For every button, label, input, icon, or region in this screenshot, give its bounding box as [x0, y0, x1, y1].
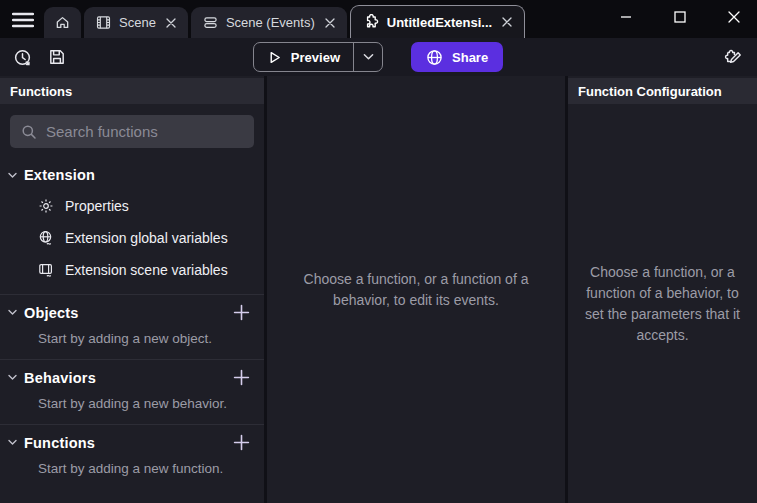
- chevron-down-icon: [8, 309, 17, 316]
- functions-panel-header: Functions: [0, 78, 264, 104]
- chevron-down-icon: [8, 172, 17, 179]
- maximize-icon[interactable]: [673, 10, 687, 24]
- function-configuration-placeholder: Choose a function, or a function of a be…: [579, 262, 746, 346]
- toolbar-center: Preview Share: [253, 42, 503, 72]
- item-extension-global-variables[interactable]: Extension global variables: [0, 222, 264, 254]
- empty-hint: Start by adding a new object.: [0, 328, 264, 359]
- hamburger-menu-button[interactable]: [10, 9, 36, 31]
- section-extension-header[interactable]: Extension: [0, 158, 264, 190]
- section-functions: Functions Start by adding a new function…: [0, 424, 264, 489]
- titlebar: Scene Scene (Events) UntitledExtensi...: [0, 0, 757, 38]
- events-list-icon: [203, 15, 218, 30]
- item-label: Extension global variables: [65, 230, 228, 246]
- section-extension: Extension Properties Extension global va…: [0, 158, 264, 294]
- section-title: Functions: [24, 435, 95, 451]
- history-icon[interactable]: [13, 48, 32, 67]
- play-icon: [267, 50, 282, 65]
- close-icon[interactable]: [502, 17, 512, 27]
- main-area: Functions Extension Properties: [0, 76, 757, 503]
- plus-icon[interactable]: [233, 369, 250, 386]
- plus-icon[interactable]: [233, 434, 250, 451]
- item-label: Extension scene variables: [65, 262, 228, 278]
- preview-split-button: Preview: [253, 42, 383, 72]
- empty-hint: Start by adding a new behavior.: [0, 393, 264, 424]
- close-icon[interactable]: [325, 18, 335, 28]
- window-controls: [619, 10, 741, 24]
- tab-bar: Scene Scene (Events) UntitledExtensi...: [44, 5, 525, 38]
- save-icon[interactable]: [48, 48, 66, 66]
- globe-icon: [426, 49, 443, 66]
- preview-options-button[interactable]: [353, 43, 382, 71]
- tab-untitled-extension[interactable]: UntitledExtensi...: [350, 5, 525, 38]
- tab-label: UntitledExtensi...: [387, 15, 492, 30]
- tab-home[interactable]: [44, 7, 81, 38]
- events-editor-placeholder: Choose a function, or a function of a be…: [280, 269, 552, 311]
- section-objects: Objects Start by adding a new object.: [0, 294, 264, 359]
- minimize-icon[interactable]: [619, 10, 633, 24]
- toolbar-right: [503, 47, 757, 67]
- function-configuration-body: Choose a function, or a function of a be…: [568, 104, 757, 503]
- toolbar: Preview Share: [0, 38, 757, 76]
- functions-panel-title: Functions: [10, 84, 72, 99]
- section-title: Extension: [24, 167, 95, 183]
- chevron-down-icon: [8, 374, 17, 381]
- film-icon: [96, 15, 111, 30]
- home-icon: [55, 15, 70, 30]
- chevron-down-icon: [8, 439, 17, 446]
- puzzle-icon: [363, 14, 379, 30]
- gear-icon: [38, 198, 54, 214]
- item-extension-scene-variables[interactable]: Extension scene variables: [0, 254, 264, 286]
- toolbar-left: [0, 48, 253, 67]
- item-properties[interactable]: Properties: [0, 190, 264, 222]
- tab-scene-events[interactable]: Scene (Events): [191, 7, 347, 38]
- function-configuration-header: Function Configuration: [568, 78, 757, 104]
- section-behaviors-header[interactable]: Behaviors: [0, 360, 264, 393]
- share-button-label: Share: [452, 50, 488, 65]
- section-title: Behaviors: [24, 370, 96, 386]
- section-title: Objects: [24, 305, 79, 321]
- item-label: Properties: [65, 198, 129, 214]
- section-functions-header[interactable]: Functions: [0, 425, 264, 458]
- scene-variable-icon: [38, 262, 54, 278]
- tab-scene[interactable]: Scene: [84, 7, 188, 38]
- search-icon: [21, 124, 37, 140]
- search-box[interactable]: [10, 115, 254, 148]
- section-behaviors: Behaviors Start by adding a new behavior…: [0, 359, 264, 424]
- empty-hint: Start by adding a new function.: [0, 458, 264, 489]
- close-window-icon[interactable]: [727, 10, 741, 24]
- search-input[interactable]: [46, 123, 245, 140]
- plus-icon[interactable]: [233, 304, 250, 321]
- edit-extension-icon[interactable]: [723, 47, 743, 67]
- events-editor-panel: Choose a function, or a function of a be…: [267, 76, 565, 503]
- tab-label: Scene (Events): [226, 15, 315, 30]
- section-objects-header[interactable]: Objects: [0, 295, 264, 328]
- preview-button[interactable]: Preview: [254, 43, 353, 71]
- functions-panel: Functions Extension Properties: [0, 76, 264, 503]
- globe-variable-icon: [38, 230, 54, 246]
- function-configuration-title: Function Configuration: [578, 84, 722, 99]
- chevron-down-icon: [363, 53, 374, 61]
- function-configuration-panel: Function Configuration Choose a function…: [568, 76, 757, 503]
- hamburger-menu-icon: [12, 12, 34, 28]
- preview-button-label: Preview: [291, 50, 340, 65]
- tab-label: Scene: [119, 15, 156, 30]
- share-button[interactable]: Share: [411, 42, 503, 72]
- close-icon[interactable]: [166, 18, 176, 28]
